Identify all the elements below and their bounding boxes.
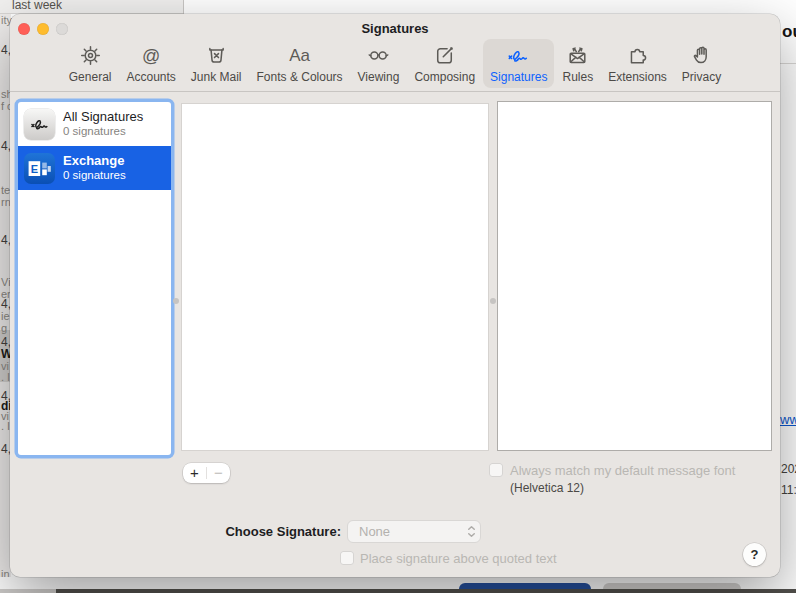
- hand-icon: [689, 42, 714, 69]
- bg-text-fragment: . I: [1, 371, 10, 384]
- tab-label: Privacy: [682, 70, 721, 84]
- splitter-handle[interactable]: [173, 298, 179, 304]
- background-time-fragment: 11:: [781, 483, 796, 497]
- tab-label: Extensions: [608, 70, 667, 84]
- source-title: All Signatures: [63, 109, 143, 124]
- default-font-detail: (Helvetica 12): [510, 481, 584, 495]
- background-group-header-bar: last week: [0, 0, 183, 14]
- background-group-header: last week: [12, 0, 62, 12]
- source-count: 0 signatures: [63, 124, 143, 139]
- tab-label: Viewing: [358, 70, 400, 84]
- place-above-quote-checkbox[interactable]: [340, 551, 354, 565]
- at-sign-icon: @: [142, 42, 160, 69]
- splitter-handle[interactable]: [490, 298, 496, 304]
- signature-icon: [506, 42, 531, 69]
- envelope-arrows-icon: [565, 42, 590, 69]
- match-default-font-label: Always match my default message font: [510, 463, 735, 478]
- toolbar-separator: [10, 91, 780, 92]
- signature-source-list: All Signatures 0 signatures E Exchange 0…: [18, 102, 171, 455]
- match-default-font-checkbox[interactable]: [489, 463, 503, 477]
- tab-rules[interactable]: Rules: [555, 39, 600, 88]
- tab-accounts[interactable]: @ Accounts: [119, 39, 182, 88]
- source-item-exchange[interactable]: E Exchange 0 signatures: [18, 146, 171, 190]
- background-header-divider: [779, 63, 796, 64]
- background-date-fragment: 202: [781, 462, 796, 476]
- place-above-quote-label: Place signature above quoted text: [360, 551, 557, 566]
- add-remove-control: + −: [183, 463, 230, 483]
- tab-extensions[interactable]: Extensions: [601, 39, 674, 88]
- tab-signatures[interactable]: Signatures: [483, 39, 554, 88]
- background-message-pane: [184, 0, 796, 14]
- signature-editor-panel[interactable]: [497, 101, 772, 451]
- puzzle-icon: [625, 42, 650, 69]
- background-window-edge: [56, 589, 796, 593]
- remove-signature-button[interactable]: −: [207, 464, 230, 482]
- add-signature-button[interactable]: +: [183, 464, 206, 482]
- exchange-logo-icon: E: [24, 153, 55, 184]
- signature-badge-icon: [24, 109, 55, 140]
- source-item-all-signatures[interactable]: All Signatures 0 signatures: [18, 102, 171, 146]
- tab-label: Accounts: [126, 70, 175, 84]
- background-window-edge-left: [0, 589, 56, 593]
- compose-icon: [432, 42, 457, 69]
- chevron-up-down-icon: [462, 524, 480, 539]
- choose-signature-popup[interactable]: None: [347, 520, 481, 543]
- background-message-view: ou ww 202 11:: [779, 0, 796, 593]
- tab-label: Rules: [562, 70, 593, 84]
- tab-label: Signatures: [490, 70, 547, 84]
- help-button[interactable]: ?: [743, 543, 766, 566]
- tab-privacy[interactable]: Privacy: [675, 39, 728, 88]
- popup-selected-value: None: [348, 524, 462, 539]
- glasses-icon: [366, 42, 391, 69]
- tab-label: General: [69, 70, 112, 84]
- tab-general[interactable]: General: [62, 39, 119, 88]
- source-count: 0 signatures: [63, 168, 126, 183]
- bg-text-fragment: . I: [1, 420, 10, 433]
- junk-bin-icon: [204, 42, 229, 69]
- svg-text:E: E: [31, 162, 38, 174]
- font-aa-icon: Aa: [289, 42, 310, 69]
- gear-icon: [78, 42, 103, 69]
- preferences-toolbar: General @ Accounts Junk Mail Aa Fonts & …: [10, 39, 780, 90]
- tab-composing[interactable]: Composing: [407, 39, 482, 88]
- choose-signature-label: Choose Signature:: [225, 520, 341, 543]
- signatures-preferences-window: Signatures General @ Accounts Junk Mail …: [10, 14, 780, 577]
- tab-label: Fonts & Colours: [257, 70, 343, 84]
- tab-fonts-colours[interactable]: Aa Fonts & Colours: [250, 39, 350, 88]
- background-subject-fragment: ou: [782, 22, 796, 42]
- signature-list-panel[interactable]: [181, 103, 489, 451]
- tab-label: Junk Mail: [191, 70, 242, 84]
- background-link-fragment: ww: [780, 412, 796, 427]
- tab-junk-mail[interactable]: Junk Mail: [184, 39, 249, 88]
- tab-label: Composing: [414, 70, 475, 84]
- background-bottom-bar: [0, 577, 796, 593]
- source-title: Exchange: [63, 153, 126, 168]
- tab-viewing[interactable]: Viewing: [351, 39, 407, 88]
